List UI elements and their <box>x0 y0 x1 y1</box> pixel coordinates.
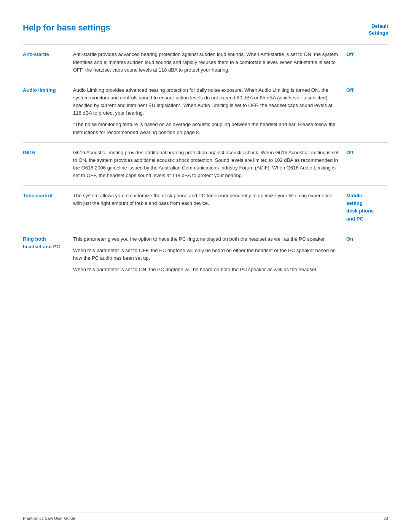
setting-name-ring-both: Ring both headset and PC <box>23 229 68 280</box>
page: Help for base settings DefaultSettings A… <box>0 0 411 532</box>
page-title: Help for base settings <box>23 23 110 33</box>
table-row-audio-limiting: Audio limitingAudio Limiting provides ad… <box>23 80 388 142</box>
table-row-anti-startle: Anti-startleAnti-startle provides advanc… <box>23 45 388 80</box>
description-para: *The noise monitoring feature is based o… <box>73 121 339 136</box>
settings-table: Anti-startleAnti-startle provides advanc… <box>23 44 388 280</box>
default-settings-label: DefaultSettings <box>369 23 388 37</box>
setting-description-audio-limiting: Audio Limiting provides advanced hearing… <box>68 80 346 142</box>
description-para: G616 Acoustic Limiting provides addition… <box>73 149 339 180</box>
table-row-g616: G616G616 Acoustic Limiting provides addi… <box>23 142 388 186</box>
page-footer: Plantronics Savi User Guide 23 <box>23 513 388 521</box>
setting-name-g616: G616 <box>23 142 68 186</box>
default-value-anti-startle: Off <box>346 45 388 80</box>
setting-name-audio-limiting: Audio limiting <box>23 80 68 142</box>
description-para: Audio Limiting provides advanced hearing… <box>73 86 339 117</box>
description-para: The system allows you to customize the d… <box>73 192 339 207</box>
footer-page-number: 23 <box>384 516 388 521</box>
setting-description-ring-both: This parameter gives you the option to h… <box>68 229 346 280</box>
default-value-tone-control: Middlesettingdesk phoneand PC <box>346 186 388 229</box>
page-header: Help for base settings DefaultSettings <box>23 23 388 37</box>
setting-description-anti-startle: Anti-startle provides advanced hearing p… <box>68 45 346 80</box>
default-value-ring-both: On <box>346 229 388 280</box>
setting-name-anti-startle: Anti-startle <box>23 45 68 80</box>
description-para: When this parameter is set to OFF, the P… <box>73 247 339 262</box>
default-value-g616: Off <box>346 142 388 186</box>
setting-description-g616: G616 Acoustic Limiting provides addition… <box>68 142 346 186</box>
description-para: Anti-startle provides advanced hearing p… <box>73 51 339 73</box>
default-settings-text: DefaultSettings <box>369 23 388 36</box>
table-row-ring-both: Ring both headset and PCThis parameter g… <box>23 229 388 280</box>
setting-description-tone-control: The system allows you to customize the d… <box>68 186 346 229</box>
description-para: This parameter gives you the option to h… <box>73 235 339 243</box>
setting-name-tone-control: Tone control <box>23 186 68 229</box>
description-para: When this parameter is set to ON, the PC… <box>73 266 339 273</box>
table-row-tone-control: Tone controlThe system allows you to cus… <box>23 186 388 229</box>
default-value-audio-limiting: Off <box>346 80 388 142</box>
footer-brand: Plantronics Savi User Guide <box>23 516 75 521</box>
